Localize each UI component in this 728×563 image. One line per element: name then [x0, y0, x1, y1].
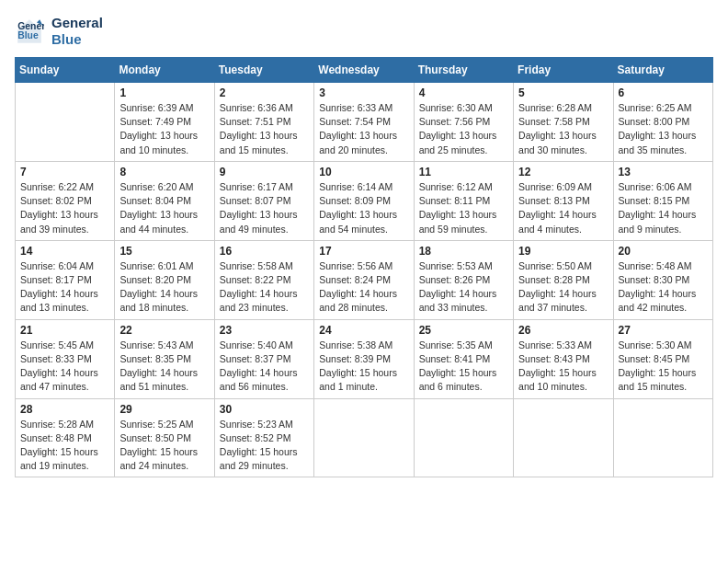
day-info-line: Daylight: 14 hours [518, 287, 608, 301]
day-info-line: Daylight: 13 hours [119, 208, 209, 222]
day-number: 8 [119, 166, 209, 178]
day-info-line: Sunset: 8:26 PM [419, 273, 508, 287]
day-info-line: Sunrise: 6:20 AM [119, 180, 209, 194]
day-info-line: Sunrise: 6:14 AM [319, 180, 408, 194]
day-info-line: Sunset: 7:56 PM [419, 115, 508, 129]
day-info-line: and 35 minutes. [619, 144, 708, 157]
day-info: Sunrise: 5:43 AMSunset: 8:35 PMDaylight:… [119, 339, 209, 395]
day-number: 30 [220, 403, 309, 416]
day-info: Sunrise: 5:45 AMSunset: 8:33 PMDaylight:… [20, 339, 109, 395]
day-info-line: Sunrise: 5:23 AM [220, 418, 309, 431]
day-info-line: Daylight: 14 hours [220, 287, 309, 301]
calendar-cell [514, 398, 613, 477]
day-info-line: Sunset: 8:52 PM [220, 431, 309, 445]
day-info-line: Sunrise: 5:58 AM [220, 259, 309, 273]
logo-icon: General Blue [15, 17, 44, 46]
day-info-line: Sunrise: 6:01 AM [119, 259, 209, 273]
day-info-line: Sunset: 8:24 PM [319, 273, 408, 287]
day-info-line: Sunset: 8:13 PM [518, 194, 608, 208]
day-info-line: Sunrise: 6:06 AM [619, 180, 708, 194]
day-info-line: Daylight: 14 hours [20, 366, 109, 380]
day-number: 2 [220, 86, 309, 99]
weekday-header-thursday: Thursday [414, 58, 513, 83]
day-info-line: Sunrise: 5:53 AM [419, 259, 508, 273]
calendar-cell [16, 83, 115, 162]
calendar-cell: 26Sunrise: 5:33 AMSunset: 8:43 PMDayligh… [514, 319, 613, 398]
day-info-line: and 1 minute. [319, 380, 408, 394]
page-header: General Blue General Blue [15, 15, 713, 48]
day-number: 12 [518, 166, 608, 178]
day-info-line: and 39 minutes. [20, 223, 109, 236]
day-info-line: Sunset: 7:54 PM [319, 115, 408, 129]
day-info-line: and 13 minutes. [20, 301, 109, 315]
calendar-cell: 27Sunrise: 5:30 AMSunset: 8:45 PMDayligh… [613, 319, 712, 398]
day-info-line: Sunrise: 5:45 AM [20, 339, 109, 352]
day-info-line: and 30 minutes. [518, 144, 608, 157]
day-number: 10 [319, 166, 408, 178]
day-info-line: Daylight: 14 hours [518, 208, 608, 222]
day-number: 23 [220, 324, 309, 337]
day-info-line: Sunset: 8:20 PM [119, 273, 209, 287]
day-info: Sunrise: 6:17 AMSunset: 8:07 PMDaylight:… [220, 180, 309, 236]
day-info-line: Sunrise: 5:43 AM [119, 339, 209, 352]
weekday-header-sunday: Sunday [16, 58, 115, 83]
day-info-line: Daylight: 15 hours [319, 366, 408, 380]
day-number: 17 [319, 245, 408, 258]
day-info-line: and 20 minutes. [319, 144, 408, 157]
day-info-line: Sunset: 8:09 PM [319, 194, 408, 208]
calendar-cell: 14Sunrise: 6:04 AMSunset: 8:17 PMDayligh… [16, 240, 115, 319]
day-info-line: Sunset: 8:41 PM [419, 352, 508, 366]
day-info: Sunrise: 5:25 AMSunset: 8:50 PMDaylight:… [119, 418, 209, 474]
day-info-line: Daylight: 15 hours [20, 445, 109, 459]
day-number: 22 [119, 324, 209, 337]
day-info-line: Sunrise: 6:04 AM [20, 259, 109, 273]
day-info-line: Sunrise: 5:50 AM [518, 259, 608, 273]
calendar-cell: 28Sunrise: 5:28 AMSunset: 8:48 PMDayligh… [16, 398, 115, 477]
day-number: 9 [220, 166, 309, 178]
day-info-line: Sunrise: 6:30 AM [419, 101, 508, 115]
day-info-line: Sunset: 8:48 PM [20, 431, 109, 445]
calendar-cell: 17Sunrise: 5:56 AMSunset: 8:24 PMDayligh… [314, 240, 414, 319]
day-info-line: Sunrise: 5:38 AM [319, 339, 408, 352]
calendar-week-row: 7Sunrise: 6:22 AMSunset: 8:02 PMDaylight… [16, 161, 713, 240]
day-info: Sunrise: 5:35 AMSunset: 8:41 PMDaylight:… [419, 339, 508, 395]
day-info-line: Daylight: 14 hours [419, 287, 508, 301]
calendar-cell: 25Sunrise: 5:35 AMSunset: 8:41 PMDayligh… [414, 319, 513, 398]
day-info: Sunrise: 6:12 AMSunset: 8:11 PMDaylight:… [419, 180, 508, 236]
calendar-cell [414, 398, 513, 477]
calendar-cell: 13Sunrise: 6:06 AMSunset: 8:15 PMDayligh… [613, 161, 712, 240]
logo: General Blue General Blue [15, 15, 103, 48]
day-info: Sunrise: 5:28 AMSunset: 8:48 PMDaylight:… [20, 418, 109, 474]
calendar-cell: 9Sunrise: 6:17 AMSunset: 8:07 PMDaylight… [214, 161, 313, 240]
day-number: 29 [119, 403, 209, 416]
day-number: 14 [20, 245, 109, 258]
day-number: 19 [518, 245, 608, 258]
day-info-line: Sunrise: 6:17 AM [220, 180, 309, 194]
day-info-line: Sunset: 8:17 PM [20, 273, 109, 287]
day-info-line: Sunset: 8:37 PM [220, 352, 309, 366]
day-info-line: Sunset: 8:22 PM [220, 273, 309, 287]
day-info: Sunrise: 5:56 AMSunset: 8:24 PMDaylight:… [319, 259, 408, 316]
day-info-line: and 51 minutes. [119, 380, 209, 394]
day-info-line: Sunrise: 6:28 AM [518, 101, 608, 115]
day-info: Sunrise: 5:38 AMSunset: 8:39 PMDaylight:… [319, 339, 408, 395]
day-info-line: and 42 minutes. [619, 301, 708, 315]
day-info: Sunrise: 6:22 AMSunset: 8:02 PMDaylight:… [20, 180, 109, 236]
day-info-line: Sunset: 8:02 PM [20, 194, 109, 208]
day-info-line: Sunset: 8:35 PM [119, 352, 209, 366]
calendar-header-row: SundayMondayTuesdayWednesdayThursdayFrid… [16, 58, 713, 83]
calendar-table: SundayMondayTuesdayWednesdayThursdayFrid… [15, 57, 713, 477]
calendar-week-row: 1Sunrise: 6:39 AMSunset: 7:49 PMDaylight… [16, 83, 713, 162]
day-info-line: and 23 minutes. [220, 301, 309, 315]
day-info-line: Daylight: 13 hours [220, 208, 309, 222]
day-info: Sunrise: 5:33 AMSunset: 8:43 PMDaylight:… [518, 339, 608, 395]
calendar-cell: 1Sunrise: 6:39 AMSunset: 7:49 PMDaylight… [115, 83, 214, 162]
day-info-line: Sunrise: 5:33 AM [518, 339, 608, 352]
day-info-line: Sunrise: 6:33 AM [319, 101, 408, 115]
day-info-line: Sunset: 8:45 PM [619, 352, 708, 366]
day-info-line: Sunset: 8:39 PM [319, 352, 408, 366]
day-info-line: and 56 minutes. [220, 380, 309, 394]
day-number: 16 [220, 245, 309, 258]
day-info-line: Sunrise: 6:36 AM [220, 101, 309, 115]
day-number: 3 [319, 86, 408, 99]
